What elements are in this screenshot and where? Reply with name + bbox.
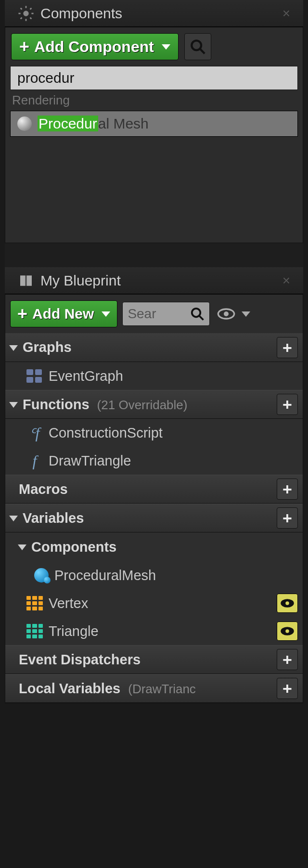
svg-point-9	[192, 40, 201, 50]
category-suffix: (DrawTrianc	[128, 682, 196, 696]
search-result-procedural-mesh[interactable]: Procedural Mesh	[10, 111, 298, 137]
close-icon[interactable]: ×	[279, 6, 294, 21]
category-variables[interactable]: Variables +	[5, 504, 303, 532]
components-tab[interactable]: Components ×	[5, 0, 303, 27]
category-label: Event Dispatchers	[19, 652, 277, 668]
graph-icon	[26, 369, 43, 383]
add-variable-button[interactable]: +	[277, 507, 298, 529]
category-macros[interactable]: Macros +	[5, 475, 303, 504]
mesh-component-icon	[34, 568, 49, 583]
search-input-value: procedur	[17, 70, 74, 86]
array-icon	[26, 596, 43, 610]
add-component-button[interactable]: + Add Component	[11, 33, 179, 60]
item-label: Triangle	[49, 623, 271, 639]
my-blueprint-panel: My Blueprint × + Add New Sear	[5, 267, 303, 703]
eye-icon	[217, 304, 236, 324]
svg-point-17	[285, 601, 289, 605]
item-triangle[interactable]: Triangle	[5, 617, 303, 645]
category-label: Variables	[23, 510, 277, 526]
chevron-down-icon	[162, 44, 170, 50]
category-label: Components	[31, 539, 298, 555]
add-new-label: Add New	[32, 306, 94, 322]
item-label: ConstructionScript	[49, 425, 298, 441]
item-label: ProceduralMesh	[54, 568, 298, 583]
category-label: Functions (21 Overridable)	[23, 397, 277, 413]
search-icon	[190, 39, 206, 55]
category-local-variables[interactable]: Local Variables (DrawTrianc +	[5, 674, 303, 703]
gear-icon	[17, 5, 35, 22]
category-label: Graphs	[23, 339, 277, 355]
svg-line-13	[199, 316, 204, 320]
add-macro-button[interactable]: +	[277, 479, 298, 500]
plus-icon: +	[17, 305, 27, 323]
item-vertex[interactable]: Vertex	[5, 589, 303, 617]
add-graph-button[interactable]: +	[277, 337, 298, 358]
svg-point-15	[224, 311, 229, 316]
component-search-input[interactable]: procedur	[10, 66, 298, 90]
close-icon[interactable]: ×	[279, 273, 294, 288]
my-blueprint-tab-title: My Blueprint	[40, 272, 273, 289]
my-blueprint-tab[interactable]: My Blueprint ×	[5, 267, 303, 294]
plus-icon: +	[19, 38, 29, 55]
svg-point-12	[192, 309, 201, 317]
svg-point-19	[285, 629, 289, 633]
subcategory-components[interactable]: Components	[5, 532, 303, 561]
chevron-down-icon	[242, 311, 250, 317]
item-drawtriangle[interactable]: f DrawTriangle	[5, 447, 303, 475]
function-icon: f	[26, 452, 43, 470]
svg-line-5	[21, 8, 22, 9]
chevron-down-icon	[102, 311, 110, 317]
svg-point-0	[23, 11, 28, 16]
components-panel: Components × + Add Component procedur Re…	[5, 0, 303, 243]
category-label: Macros	[19, 481, 277, 497]
expand-icon	[9, 516, 18, 521]
item-eventgraph[interactable]: EventGraph	[5, 362, 303, 390]
components-tab-title: Components	[40, 5, 273, 22]
category-suffix: (21 Overridable)	[97, 398, 188, 412]
svg-line-6	[30, 17, 32, 19]
svg-line-7	[21, 17, 22, 19]
add-component-label: Add Component	[34, 38, 154, 56]
add-dispatcher-button[interactable]: +	[277, 649, 298, 670]
add-local-variable-button[interactable]: +	[277, 678, 298, 699]
svg-line-10	[200, 49, 205, 53]
category-functions[interactable]: Functions (21 Overridable) +	[5, 390, 303, 419]
search-icon	[190, 307, 205, 321]
svg-line-8	[30, 8, 32, 9]
search-result-label: Procedural Mesh	[38, 116, 149, 132]
blueprint-search-input[interactable]: Sear	[122, 302, 210, 326]
add-function-button[interactable]: +	[277, 394, 298, 415]
item-label: DrawTriangle	[49, 453, 298, 469]
visibility-toggle[interactable]	[277, 594, 298, 613]
book-icon	[17, 272, 35, 289]
add-new-button[interactable]: + Add New	[10, 300, 117, 327]
category-event-dispatchers[interactable]: Event Dispatchers +	[5, 645, 303, 674]
array-icon	[26, 624, 43, 638]
visibility-toggle[interactable]	[277, 622, 298, 641]
item-label: Vertex	[49, 596, 271, 611]
mesh-icon	[17, 117, 32, 131]
item-proceduralmesh[interactable]: ProceduralMesh	[5, 561, 303, 589]
expand-icon	[18, 544, 26, 550]
item-label: EventGraph	[49, 368, 298, 384]
search-category-label: Rendering	[5, 90, 303, 111]
visibility-filter-toggle[interactable]	[215, 304, 252, 324]
item-constructionscript[interactable]: ᶜf ConstructionScript	[5, 419, 303, 447]
search-placeholder: Sear	[128, 306, 186, 322]
expand-icon	[9, 345, 18, 351]
category-graphs[interactable]: Graphs +	[5, 333, 303, 362]
eye-icon	[280, 626, 295, 636]
search-button[interactable]	[184, 33, 211, 60]
expand-icon	[9, 402, 18, 408]
panel-empty-space	[5, 142, 303, 243]
function-icon: ᶜf	[26, 424, 43, 442]
eye-icon	[280, 598, 295, 609]
category-label: Local Variables (DrawTrianc	[19, 681, 277, 697]
